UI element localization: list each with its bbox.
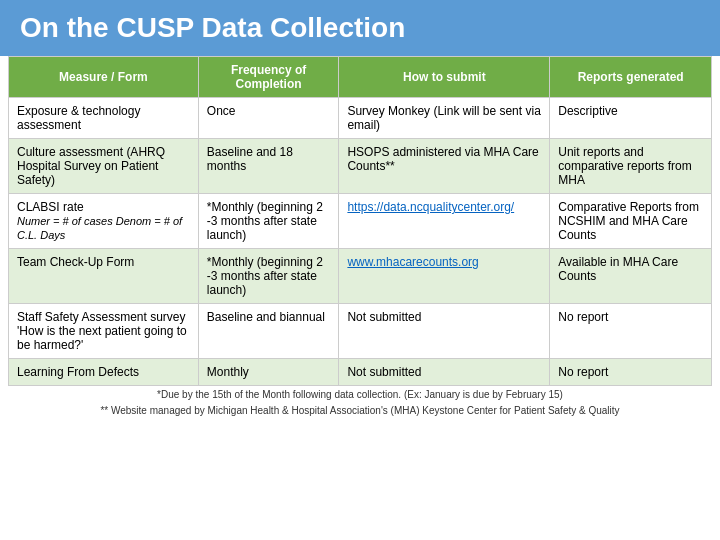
measure-italic-text: Numer = # of cases Denom = # of C.L. Day… <box>17 215 182 241</box>
table-row: Staff Safety Assessment survey 'How is t… <box>9 304 712 359</box>
submit-text: https://data.ncqualitycenter.org/ <box>339 194 550 249</box>
col-header-frequency: Frequency of Completion <box>198 57 339 98</box>
table-row: CLABSI rateNumer = # of cases Denom = # … <box>9 194 712 249</box>
measure-text: CLABSI rate <box>17 200 84 214</box>
reports-text: No report <box>550 359 712 386</box>
submit-text: Not submitted <box>339 304 550 359</box>
reports-text: Comparative Reports from NCSHIM and MHA … <box>550 194 712 249</box>
submit-link[interactable]: www.mhacarecounts.org <box>347 255 478 269</box>
col-header-reports: Reports generated <box>550 57 712 98</box>
submit-text: Not submitted <box>339 359 550 386</box>
submit-text: HSOPS administered via MHA Care Counts** <box>339 139 550 194</box>
frequency-text: Baseline and 18 months <box>198 139 339 194</box>
frequency-text: *Monthly (beginning 2 -3 months after st… <box>198 194 339 249</box>
reports-text: Unit reports and comparative reports fro… <box>550 139 712 194</box>
table-row: Learning From DefectsMonthlyNot submitte… <box>9 359 712 386</box>
page-title: On the CUSP Data Collection <box>0 0 720 56</box>
data-table: Measure / Form Frequency of Completion H… <box>8 56 712 386</box>
submit-link[interactable]: https://data.ncqualitycenter.org/ <box>347 200 514 214</box>
frequency-text: Monthly <box>198 359 339 386</box>
table-row: Team Check-Up Form*Monthly (beginning 2 … <box>9 249 712 304</box>
col-header-measure: Measure / Form <box>9 57 199 98</box>
col-header-submit: How to submit <box>339 57 550 98</box>
frequency-text: Baseline and biannual <box>198 304 339 359</box>
reports-text: Descriptive <box>550 98 712 139</box>
measure-text: Staff Safety Assessment survey 'How is t… <box>17 310 187 352</box>
footer-note-1: *Due by the 15th of the Month following … <box>8 386 712 402</box>
measure-text: Culture assessment (AHRQ Hospital Survey… <box>17 145 165 187</box>
submit-text: www.mhacarecounts.org <box>339 249 550 304</box>
measure-text: Team Check-Up Form <box>17 255 134 269</box>
table-row: Culture assessment (AHRQ Hospital Survey… <box>9 139 712 194</box>
frequency-text: *Monthly (beginning 2 -3 months after st… <box>198 249 339 304</box>
reports-text: Available in MHA Care Counts <box>550 249 712 304</box>
reports-text: No report <box>550 304 712 359</box>
submit-text: Survey Monkey (Link will be sent via ema… <box>339 98 550 139</box>
measure-text: Exposure & technology assessment <box>17 104 140 132</box>
table-row: Exposure & technology assessmentOnceSurv… <box>9 98 712 139</box>
footer-note-2: ** Website managed by Michigan Health & … <box>8 402 712 418</box>
measure-text: Learning From Defects <box>17 365 139 379</box>
frequency-text: Once <box>198 98 339 139</box>
